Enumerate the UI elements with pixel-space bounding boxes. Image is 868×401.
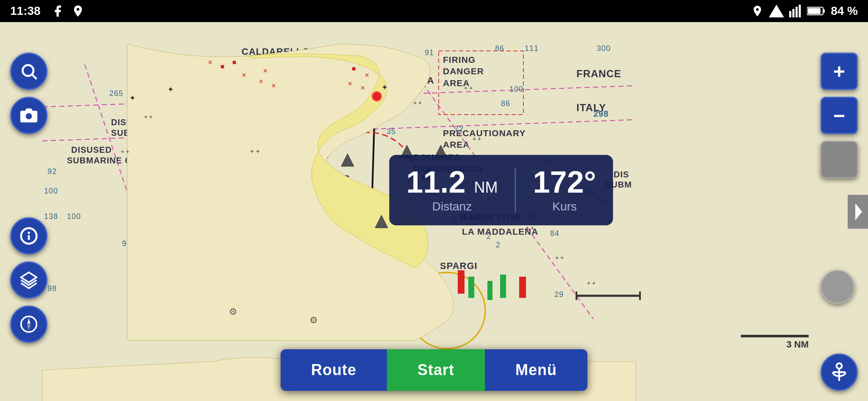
layers-icon xyxy=(19,271,38,289)
map-label-disused2: DISUSED xyxy=(71,145,112,155)
zoom-out-button[interactable]: − xyxy=(821,97,858,134)
bearing-value: 172° xyxy=(533,167,596,197)
arrow-right-icon xyxy=(853,203,863,220)
map-label-golfe-vent: GOLFE DEVENTILEGNE xyxy=(258,85,319,108)
bottom-action-bar: Route Start Menü xyxy=(281,349,587,391)
svg-line-8 xyxy=(42,86,636,107)
anchor-button[interactable] xyxy=(821,353,858,391)
svg-marker-0 xyxy=(769,5,784,17)
svg-marker-48 xyxy=(341,154,354,166)
depth-50a: 50 xyxy=(217,170,226,179)
map-container[interactable]: ✦ ✦ + + + + + + ✦ + + + + + + + + + + + … xyxy=(0,22,868,401)
svg-text:+ +: + + xyxy=(144,113,153,120)
svg-rect-54 xyxy=(487,281,492,300)
svg-rect-56 xyxy=(458,270,465,294)
svg-point-15 xyxy=(229,79,297,147)
scale-bar: 3 NM xyxy=(741,335,809,350)
svg-text:+ +: + + xyxy=(587,280,595,286)
signal-bars-icon xyxy=(789,5,802,17)
map-label-caldarello: CALDARELLO xyxy=(242,46,310,57)
map-type-button[interactable] xyxy=(821,141,858,178)
status-time: 11:38 xyxy=(10,4,41,18)
camera-icon xyxy=(19,106,38,125)
depth-100f: 100 xyxy=(509,85,523,94)
status-icons-right: 84 % xyxy=(751,4,858,18)
depth-50d: 50 xyxy=(183,265,192,274)
map-label-france: FRANCE xyxy=(576,68,621,80)
nav-info-values: 11.2 NM Distanz 172° Kurs xyxy=(406,167,596,213)
scale-label: 3 NM xyxy=(741,339,809,350)
distance-group: 11.2 NM Distanz xyxy=(406,167,498,213)
map-label-golfe-sant: GOLFE DESANT'MANZA xyxy=(369,62,434,87)
map-label-298: 298 xyxy=(593,109,609,119)
svg-text:+ +: + + xyxy=(473,135,481,142)
map-label-218mt: 218MT xyxy=(302,290,330,300)
compass-icon xyxy=(19,315,38,334)
info-button[interactable] xyxy=(10,217,47,255)
map-label-sub-cable1: SUBMARINE CABLE xyxy=(111,128,200,138)
svg-point-16 xyxy=(409,272,485,349)
depth-300: 300 xyxy=(597,44,611,53)
svg-text:■: ■ xyxy=(232,59,236,66)
svg-marker-71 xyxy=(855,203,862,220)
compass-button[interactable] xyxy=(10,306,47,343)
battery-percent: 84 % xyxy=(831,4,858,18)
svg-rect-53 xyxy=(468,277,474,298)
unknown-button[interactable] xyxy=(821,270,854,304)
svg-text:■: ■ xyxy=(352,65,356,72)
map-label-bonifacio: BONIFACIO xyxy=(275,105,335,117)
svg-line-9 xyxy=(42,120,636,141)
depth-98: 98 xyxy=(47,284,57,293)
svg-text:✕: ✕ xyxy=(208,59,213,66)
menu-button[interactable]: Menü xyxy=(485,349,587,391)
map-label-firing: FIRINGDANGERAREA xyxy=(443,54,484,89)
layers-button[interactable] xyxy=(10,261,47,299)
search-button[interactable] xyxy=(10,53,47,90)
depth-91: 91 xyxy=(425,48,434,57)
depth-35: 35 xyxy=(387,127,396,136)
depth-2a: 2 xyxy=(487,232,491,241)
svg-rect-55 xyxy=(500,275,506,298)
svg-rect-57 xyxy=(519,277,526,298)
svg-text:⚙: ⚙ xyxy=(229,306,237,317)
svg-text:✦: ✦ xyxy=(381,83,388,92)
distance-label: Distanz xyxy=(406,200,498,213)
map-label-la-maddalena: LA MADDALENA xyxy=(462,227,538,237)
status-icons-left xyxy=(51,4,85,18)
depth-29: 29 xyxy=(554,290,564,299)
svg-rect-7 xyxy=(823,9,825,13)
svg-rect-4 xyxy=(799,5,801,17)
depth-50b: 50 xyxy=(217,182,226,191)
distance-number: 11.2 xyxy=(406,165,465,199)
depth-86b: 86 xyxy=(501,99,510,108)
map-label-pta-falc: PTA FALC xyxy=(288,229,334,239)
depth-86a: 86 xyxy=(495,44,504,53)
depth-50e: 50 xyxy=(213,265,222,274)
svg-text:+ +: + + xyxy=(526,224,534,231)
distance-unit: NM xyxy=(474,179,498,196)
depth-42: 42 xyxy=(262,195,271,204)
depth-100e: 100 xyxy=(190,235,204,244)
svg-line-62 xyxy=(32,75,36,79)
waypoint-marker[interactable] xyxy=(372,91,382,101)
right-controls: + − xyxy=(821,53,858,304)
depth-100d: 100 xyxy=(190,222,204,231)
depth-50c: 50 xyxy=(232,222,242,231)
route-button[interactable]: Route xyxy=(281,349,387,391)
map-label-disused74: DISUSED 74 xyxy=(111,118,165,127)
zoom-in-button[interactable]: + xyxy=(821,53,858,90)
camera-button[interactable] xyxy=(10,97,47,134)
svg-text:✕: ✕ xyxy=(263,67,268,74)
svg-text:✕: ✕ xyxy=(348,80,353,87)
map-label-105mt: 105MT xyxy=(345,269,374,279)
depth-92: 92 xyxy=(47,167,57,176)
depth-111: 111 xyxy=(525,44,539,53)
depth-2b: 2 xyxy=(496,241,501,250)
svg-rect-17 xyxy=(439,51,523,115)
start-button[interactable]: Start xyxy=(387,349,485,391)
depth-100c: 100 xyxy=(190,195,204,204)
distance-value: 11.2 NM xyxy=(406,167,498,197)
collapse-arrow[interactable] xyxy=(848,195,868,229)
depth-100b: 100 xyxy=(67,212,81,221)
depth-72: 72 xyxy=(454,125,464,134)
